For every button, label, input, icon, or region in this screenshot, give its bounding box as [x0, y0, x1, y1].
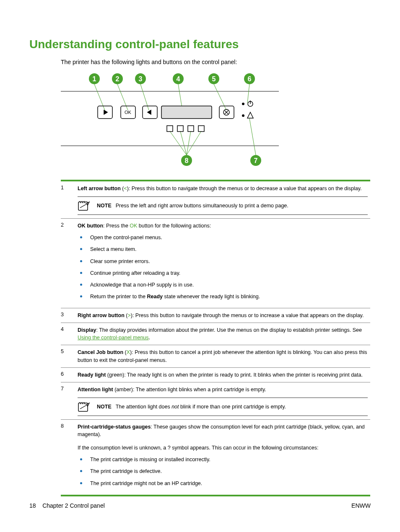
ready-light-dot — [242, 103, 244, 105]
svg-text:OK: OK — [125, 110, 132, 115]
svg-rect-42 — [188, 126, 194, 132]
right-arrow-button — [143, 106, 157, 119]
table-row: 7 Attention light (amber): The attention… — [61, 382, 370, 419]
row-number: 6 — [61, 367, 78, 382]
svg-text:3: 3 — [139, 75, 143, 83]
table-row: 8 Print-cartridge-status gauges: These g… — [61, 419, 370, 495]
callout-1: 1 — [89, 73, 100, 84]
svg-text:2: 2 — [116, 75, 119, 83]
note-icon — [78, 401, 90, 412]
note-box: NOTEPress the left and right arrow butto… — [78, 196, 368, 215]
note-box: NOTEThe attention light does not blink i… — [78, 398, 368, 416]
callout-6: 6 — [244, 73, 255, 84]
note-icon — [78, 200, 90, 211]
table-row: 1 Left arrow button (<): Press this butt… — [61, 181, 370, 219]
attention-icon — [247, 112, 253, 118]
cartridge-gauges — [167, 126, 204, 132]
callout-2: 2 — [112, 73, 123, 84]
table-row: 2 OK button: Press the OK button for the… — [61, 219, 370, 308]
callout-7: 7 — [250, 155, 261, 166]
row-number: 1 — [61, 181, 78, 219]
page-heading: Understanding control-panel features — [29, 38, 371, 51]
control-panel-diagram: 1 2 3 4 5 6 8 7 — [61, 70, 371, 172]
svg-text:5: 5 — [212, 75, 216, 83]
callout-8: 8 — [181, 155, 192, 166]
table-row: 5 Cancel Job button (X): Press this butt… — [61, 345, 370, 367]
svg-line-24 — [170, 131, 187, 155]
svg-line-23 — [247, 84, 249, 103]
svg-rect-43 — [198, 126, 204, 132]
row-number: 2 — [61, 219, 78, 308]
row-number: 8 — [61, 419, 78, 495]
feature-table: 1 Left arrow button (<): Press this butt… — [61, 180, 370, 496]
svg-text:4: 4 — [177, 75, 180, 83]
row-number: 4 — [61, 323, 78, 345]
svg-line-28 — [249, 119, 256, 155]
table-row: 4 Display: The display provides informat… — [61, 323, 370, 345]
link-control-panel-menus[interactable]: Using the control-panel menus — [78, 335, 149, 341]
svg-text:7: 7 — [254, 157, 258, 164]
power-icon — [248, 101, 253, 106]
table-row: 6 Ready light (green): The ready light i… — [61, 367, 370, 382]
row-number: 7 — [61, 382, 78, 419]
svg-text:1: 1 — [93, 75, 96, 83]
display — [161, 106, 212, 119]
intro-text: The printer has the following lights and… — [61, 59, 371, 65]
callout-3: 3 — [135, 73, 146, 84]
svg-rect-33 — [161, 106, 212, 119]
svg-rect-40 — [167, 126, 173, 132]
callout-4: 4 — [173, 73, 184, 84]
svg-text:8: 8 — [185, 157, 189, 164]
cancel-button — [219, 106, 234, 119]
attention-light-dot — [242, 114, 244, 117]
page-footer: 18 Chapter 2 Control panel ENWW — [29, 502, 371, 509]
row-number: 5 — [61, 345, 78, 367]
svg-line-25 — [180, 131, 187, 155]
row-number: 3 — [61, 308, 78, 323]
ok-button: OK — [121, 106, 135, 119]
left-arrow-button — [98, 106, 112, 119]
callout-5: 5 — [208, 73, 219, 84]
svg-rect-41 — [177, 126, 183, 132]
svg-text:6: 6 — [248, 75, 252, 83]
table-row: 3 Right arrow button (>): Press this but… — [61, 308, 370, 323]
